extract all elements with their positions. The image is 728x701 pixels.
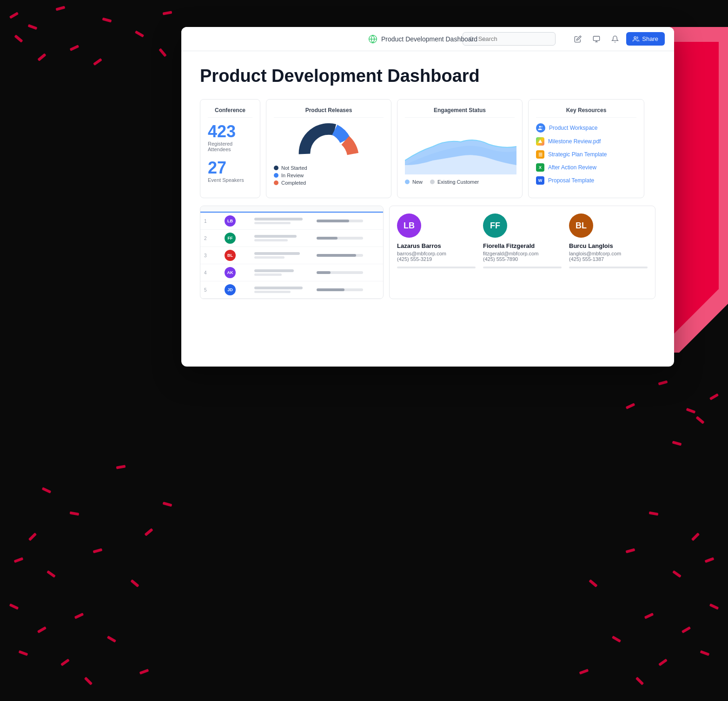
cell-num: 3 — [204, 253, 223, 258]
resource-item-strategic[interactable]: ☰ Strategic Plan Template — [536, 150, 636, 159]
contact-fiorella-bar — [483, 267, 562, 268]
attendees-count: 423 — [208, 123, 252, 140]
table-row: 1 LB — [200, 213, 383, 230]
workspace-icon — [536, 123, 545, 133]
contacts-grid: LB Lazarus Barros barros@mbfcorp.com (42… — [397, 214, 648, 268]
widget-grid: Conference 423 RegisteredAttendees 27 Ev… — [200, 99, 655, 198]
area-chart-legend: New Existing Customer — [405, 179, 515, 185]
legend-new: New — [405, 179, 423, 185]
key-resources-widget: Key Resources Product Workspace — [528, 99, 644, 198]
present-button[interactable] — [589, 32, 604, 47]
svg-point-4 — [539, 126, 541, 128]
engagement-widget: Engagement Status New — [397, 99, 523, 198]
contact-burcu-phone: (425) 555-1387 — [569, 256, 604, 262]
contact-lazarus: LB Lazarus Barros barros@mbfcorp.com (42… — [397, 214, 476, 268]
contact-fiorella-name: Fiorella Fitzgerald — [483, 242, 535, 249]
conference-header: Conference — [208, 107, 252, 118]
share-label: Share — [642, 35, 658, 42]
contacts-widget: LB Lazarus Barros barros@mbfcorp.com (42… — [389, 206, 655, 299]
favorite-icon[interactable]: ☆ — [481, 35, 487, 43]
conference-widget: Conference 423 RegisteredAttendees 27 Ev… — [200, 99, 260, 198]
speakers-count: 27 — [208, 160, 252, 176]
contact-lazarus-name: Lazarus Barros — [397, 242, 441, 249]
engagement-header: Engagement Status — [405, 107, 515, 118]
legend-existing-label: Existing Customer — [437, 179, 479, 185]
contact-burcu: BL Burcu Langlois langlois@mbfcorp.com (… — [569, 214, 648, 268]
svg-point-3 — [634, 36, 636, 39]
resource-strategic-link[interactable]: Strategic Plan Template — [548, 151, 607, 158]
dashboard-content: Product Development Dashboard Conference… — [181, 51, 674, 367]
page-title: Product Development Dashboard — [381, 35, 477, 43]
legend-in-review: In Review — [274, 173, 384, 178]
resource-milestone-link[interactable]: Milestone Review.pdf — [548, 138, 601, 145]
legend-in-review-label: In Review — [281, 173, 304, 178]
resource-item-milestone[interactable]: Milestone Review.pdf — [536, 137, 636, 146]
contact-fiorella: FF Fiorella Fitzgerald fitzgerald@mbfcor… — [483, 214, 562, 268]
status-bar-5 — [317, 288, 363, 291]
contact-lazarus-phone: (425) 555-3219 — [397, 256, 432, 262]
contact-fiorella-phone: (425) 555-7890 — [483, 256, 518, 262]
donut-chart-container: Not Started In Review Completed — [274, 123, 384, 186]
status-bar-3 — [317, 254, 363, 257]
resource-after-action-link[interactable]: After Action Review — [548, 164, 596, 171]
table-row: 3 BL — [200, 247, 383, 264]
donut-chart — [298, 123, 359, 160]
donut-legend: Not Started In Review Completed — [274, 165, 384, 186]
area-chart-container: New Existing Customer — [405, 123, 515, 185]
contact-lazarus-email: barros@mbfcorp.com — [397, 251, 446, 256]
browser-window: Product Development Dashboard ☆ — [181, 27, 674, 367]
attendees-label: RegisteredAttendees — [208, 141, 252, 152]
search-input[interactable] — [478, 35, 550, 42]
notion-icon: ☰ — [536, 150, 544, 159]
legend-existing: Existing Customer — [430, 179, 479, 185]
share-button[interactable]: Share — [626, 32, 665, 46]
contact-burcu-name: Burcu Langlois — [569, 242, 613, 249]
key-resources-header: Key Resources — [536, 107, 636, 118]
globe-icon — [368, 34, 377, 44]
resource-workspace-link[interactable]: Product Workspace — [549, 125, 598, 131]
product-releases-widget: Product Releases Not Star — [266, 99, 391, 198]
cell-num: 2 — [204, 236, 223, 241]
cell-num: 5 — [204, 287, 223, 293]
table-row: 5 JD — [200, 281, 383, 299]
dashboard-title: Product Development Dashboard — [200, 66, 655, 86]
status-bar-2 — [317, 237, 363, 240]
resource-item-proposal[interactable]: W Proposal Template — [536, 176, 636, 185]
legend-new-label: New — [412, 179, 423, 185]
contact-burcu-bar — [569, 267, 648, 268]
drive-icon — [536, 137, 544, 146]
key-resources-list: Product Workspace Milestone Review.pdf ☰… — [536, 123, 636, 185]
bell-icon — [611, 35, 619, 43]
product-releases-header: Product Releases — [274, 107, 384, 118]
bottom-section: 1 LB 2 FF — [200, 206, 655, 299]
browser-title-area: Product Development Dashboard ☆ — [368, 34, 487, 44]
svg-marker-5 — [538, 140, 542, 143]
table-row: 2 FF — [200, 230, 383, 247]
users-icon — [633, 36, 639, 42]
resource-proposal-link[interactable]: Proposal Template — [548, 177, 594, 184]
toolbar-actions: Share — [570, 32, 665, 47]
avatar-fiorella: FF — [483, 214, 507, 238]
contact-lazarus-bar — [397, 267, 476, 268]
avatar-bl: BL — [225, 250, 236, 261]
legend-completed-label: Completed — [281, 180, 306, 186]
table-row: 4 AK — [200, 264, 383, 281]
status-bar-1 — [317, 220, 363, 222]
resource-item-workspace[interactable]: Product Workspace — [536, 123, 636, 133]
word-icon: W — [536, 176, 544, 185]
legend-not-started-label: Not Started — [281, 165, 307, 171]
contact-burcu-email: langlois@mbfcorp.com — [569, 251, 621, 256]
resource-item-after-action[interactable]: X After Action Review — [536, 163, 636, 172]
cell-num: 1 — [204, 219, 223, 224]
avatar-lb: LB — [225, 215, 236, 227]
edit-button[interactable] — [570, 32, 585, 47]
speakers-label: Event Speakers — [208, 177, 252, 183]
contact-fiorella-email: fitzgerald@mbfcorp.com — [483, 251, 538, 256]
status-bar-4 — [317, 271, 363, 274]
monitor-icon — [593, 35, 600, 43]
table-widget: 1 LB 2 FF — [200, 206, 384, 299]
excel-icon: X — [536, 163, 544, 172]
avatar-ak: AK — [225, 267, 236, 278]
notification-button[interactable] — [608, 32, 622, 47]
avatar-burcu: BL — [569, 214, 593, 238]
